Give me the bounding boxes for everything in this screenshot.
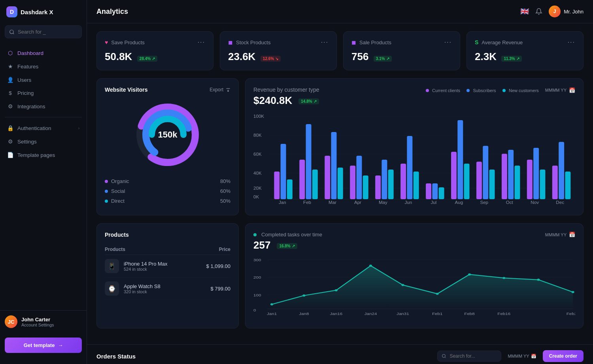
sale-products-badge: 3.1% ↗ [374,56,392,62]
users-icon: 👤 [7,77,13,83]
svg-point-95 [442,355,446,358]
search-box[interactable] [5,25,82,38]
svg-rect-29 [331,132,337,199]
sidebar-item-dashboard[interactable]: ⬡ Dashboard [3,46,83,60]
avatar: JC [5,315,17,328]
svg-rect-22 [287,179,293,199]
social-label: Social [111,188,125,194]
svg-text:Feb24: Feb24 [567,312,575,315]
svg-rect-36 [375,175,381,199]
legend-item-organic: Organic 80% [105,178,230,184]
download-icon [226,87,230,92]
svg-line-1 [13,33,14,34]
svg-text:Feb: Feb [303,200,311,205]
main-nav: ⬡ Dashboard ★ Features 👤 Users $ Pricing… [0,46,87,113]
svg-text:300: 300 [253,258,261,262]
user-chip[interactable]: J Mr. John [549,6,584,17]
sidebar-item-pricing[interactable]: $ Pricing [3,87,83,100]
svg-rect-66 [565,172,570,199]
sidebar-item-settings[interactable]: ⚙ Settings [3,135,83,148]
sidebar-item-label: Settings [17,139,37,145]
sidebar-item-label: Users [17,77,31,83]
svg-text:May: May [379,200,388,205]
svg-point-83 [502,277,505,279]
svg-rect-33 [356,156,362,199]
search-icon [9,29,15,35]
svg-text:Feb8: Feb8 [464,312,475,315]
bottom-search-box[interactable] [437,351,501,362]
products-table: Products Price 📱 iPhone 14 Pro Max [105,244,230,300]
tasks-date-select[interactable]: MMMM YY 📅 [545,232,575,238]
trend-up-icon: ↗ [152,57,155,61]
sidebar-item-authentication[interactable]: 🔒 Authentication › [3,121,83,135]
svg-point-82 [468,273,471,275]
svg-rect-41 [407,136,412,199]
bar-chart: 100K 80K 60K 40K 20K 0K [253,112,575,207]
avg-revenue-icon: S [475,39,478,45]
direct-label: Direct [111,198,125,204]
svg-point-0 [10,30,13,33]
product-image: 📱 [105,259,119,273]
svg-text:Nov: Nov [531,200,539,205]
topbar-avatar: J [549,6,561,17]
product-name: Apple Watch S8 [124,283,161,289]
svg-text:20K: 20K [253,186,262,190]
orders-date-select[interactable]: MMMM YY 📅 [508,354,536,359]
save-products-icon: ♥ [105,39,108,45]
sidebar-item-users[interactable]: 👤 Users [3,73,83,87]
export-button[interactable]: Export [210,87,230,92]
sidebar-item-features[interactable]: ★ Features [3,60,83,73]
svg-line-96 [445,357,446,358]
bottom-bar-right: MMMM YY 📅 Create order [437,350,584,362]
search-input[interactable] [18,29,77,35]
create-order-button[interactable]: Create order [543,350,584,362]
organic-dot [105,180,108,183]
sidebar-item-integrations[interactable]: ⚙ Integrations [3,100,83,113]
secondary-nav: 🔒 Authentication › ⚙ Settings 📄 Template… [0,121,87,162]
product-stock: 320 in stock [124,289,161,294]
revenue-card: Revenue by customer type $240.8K 14.8% ↗ [245,78,584,215]
template-icon: 📄 [7,152,13,158]
date-select[interactable]: MMMM YY 📅 [545,87,575,93]
row-visitors-revenue: Website Visitors Export [96,78,584,215]
bell-icon[interactable] [535,8,542,15]
svg-point-84 [537,279,540,281]
svg-rect-40 [400,164,406,199]
products-card: Products Products Price 📱 [96,223,239,328]
organic-label: Organic [111,178,129,184]
more-options-icon[interactable]: ··· [321,39,329,46]
stock-products-title: Stock Products [236,40,270,45]
svg-rect-46 [439,187,444,199]
svg-rect-58 [515,166,520,199]
product-price: $ 1,099.00 [206,263,230,269]
user-info: John Carter Account Settings [21,317,82,327]
svg-point-81 [436,293,439,295]
tasks-subtitle: Completed tasks over time [261,232,322,238]
more-options-icon[interactable]: ··· [568,39,575,46]
auth-icon: 🔒 [7,125,13,131]
svg-text:Jan24: Jan24 [364,312,377,315]
task-dot [253,233,257,236]
sale-products-value: 756 [351,51,368,62]
sidebar-item-template-pages[interactable]: 📄 Template pages [3,148,83,162]
orders-search-input[interactable] [449,353,497,359]
search-icon [442,354,446,358]
table-row: ⌚ Apple Watch S8 320 in stock $ 799.00 [105,277,230,300]
traffic-legend: Organic 80% Social 60% [105,178,230,204]
more-options-icon[interactable]: ··· [444,39,452,46]
sale-products-icon: ◼ [351,39,356,45]
svg-rect-49 [457,120,463,199]
svg-point-77 [302,294,305,296]
sidebar-item-label: Dashboard [17,50,43,56]
svg-rect-50 [464,164,470,199]
svg-rect-25 [306,124,312,199]
flag-icon[interactable]: 🇬🇧 [520,7,529,16]
more-options-icon[interactable]: ··· [198,39,205,46]
svg-text:Jan1: Jan1 [267,312,277,315]
svg-rect-60 [527,160,533,199]
svg-point-79 [369,265,372,267]
chevron-right-icon: › [78,126,79,130]
get-template-button[interactable]: Get template → [5,338,82,353]
svg-rect-53 [483,146,488,199]
svg-point-78 [335,289,338,291]
